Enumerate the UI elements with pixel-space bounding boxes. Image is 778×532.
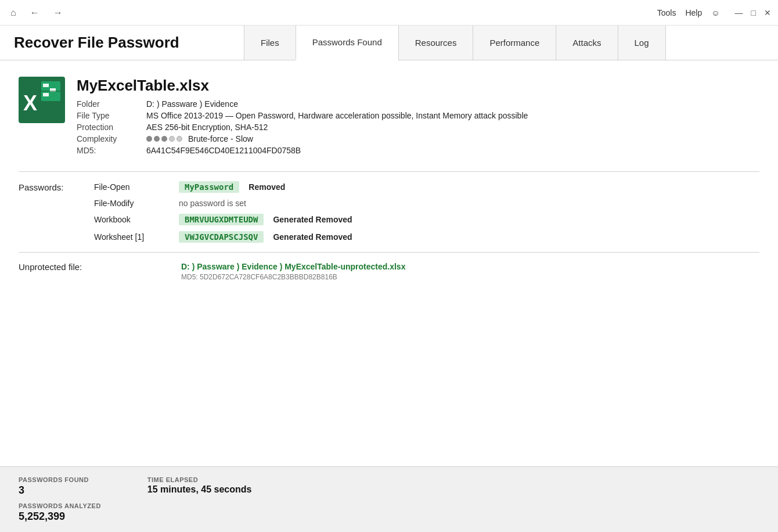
unprotected-path[interactable]: D: ) Passware ) Evidence ) MyExcelTable-… <box>181 262 759 271</box>
tools-menu[interactable]: Tools <box>657 8 676 17</box>
maximize-button[interactable]: □ <box>751 8 756 17</box>
pw-badge-worksheet: VWJGVCDAPSCJSQV <box>179 231 264 243</box>
time-elapsed-label: TIME ELAPSED <box>147 476 252 483</box>
passwords-found-label: PASSWORDS FOUND <box>19 476 101 483</box>
pw-status-workbook: Generated Removed <box>273 215 352 224</box>
footer-stat-passwords-found: PASSWORDS FOUND 3 PASSWORDS ANALYZED 5,2… <box>19 476 101 523</box>
unprotected-info: D: ) Passware ) Evidence ) MyExcelTable-… <box>181 262 759 281</box>
header: Recover File Password Files Passwords Fo… <box>0 26 778 60</box>
tab-resources[interactable]: Resources <box>398 26 473 60</box>
close-button[interactable]: ✕ <box>764 8 771 17</box>
protection-value: AES 256-bit Encryption, SHA-512 <box>146 123 759 132</box>
app-title: Recover File Password <box>0 26 244 60</box>
titlebar-right: Tools Help ☺ — □ ✕ <box>657 8 771 17</box>
filetype-label: File Type <box>77 111 146 120</box>
dot-2 <box>154 136 160 142</box>
complexity-dots <box>146 136 182 142</box>
pw-status-worksheet: Generated Removed <box>273 232 352 242</box>
md5-label: MD5: <box>77 146 146 155</box>
folder-label: Folder <box>77 99 146 109</box>
complexity-label: Complexity <box>77 134 146 143</box>
titlebar-left: ⌂ ← → <box>7 5 66 20</box>
file-details: MyExcelTable.xlsx Folder D: ) Passware )… <box>77 77 759 155</box>
tab-log[interactable]: Log <box>618 26 666 60</box>
pw-badge-workbook: BMRVUUGXDMTEUDW <box>179 214 264 225</box>
complexity-value: Brute-force - Slow <box>146 134 759 143</box>
help-menu[interactable]: Help <box>685 8 702 17</box>
pw-type-file-modify: File-Modify <box>94 199 170 208</box>
excel-icon: X <box>19 77 65 123</box>
tab-bar: Files Passwords Found Resources Performa… <box>244 26 778 60</box>
footer-stat-time-elapsed: TIME ELAPSED 15 minutes, 45 seconds <box>147 476 252 523</box>
divider-2 <box>19 252 759 253</box>
tab-attacks[interactable]: Attacks <box>556 26 617 60</box>
minimize-button[interactable]: — <box>735 8 743 17</box>
password-row-file-modify: File-Modify no password is set <box>94 199 759 208</box>
divider-1 <box>19 171 759 172</box>
passwords-found-value: 3 <box>19 484 101 497</box>
pw-type-file-open: File-Open <box>94 182 170 192</box>
passwords-section-label: Passwords: <box>19 181 94 243</box>
svg-rect-6 <box>43 93 49 96</box>
smiley-icon[interactable]: ☺ <box>711 8 719 17</box>
pw-nopassword-file-modify: no password is set <box>179 199 246 208</box>
protection-label: Protection <box>77 123 146 132</box>
tab-passwords-found[interactable]: Passwords Found <box>296 26 398 60</box>
svg-rect-7 <box>50 93 56 96</box>
dot-1 <box>146 136 152 142</box>
svg-text:X: X <box>23 91 37 115</box>
tab-performance[interactable]: Performance <box>473 26 556 60</box>
dot-3 <box>161 136 167 142</box>
dot-4 <box>169 136 175 142</box>
unprotected-label: Unprotected file: <box>19 262 181 272</box>
pw-type-workbook: Workbook <box>94 215 170 224</box>
password-row-file-open: File-Open MyPassword Removed <box>94 181 759 193</box>
back-button[interactable]: ← <box>27 5 43 20</box>
svg-rect-2 <box>43 84 49 87</box>
password-row-workbook: Workbook BMRVUUGXDMTEUDW Generated Remov… <box>94 214 759 225</box>
svg-rect-3 <box>50 84 56 87</box>
forward-button[interactable]: → <box>50 5 66 20</box>
passwords-section: Passwords: File-Open MyPassword Removed … <box>19 181 759 243</box>
complexity-text: Brute-force - Slow <box>188 134 253 143</box>
pw-status-file-open: Removed <box>248 182 285 192</box>
passwords-analyzed-label: PASSWORDS ANALYZED <box>19 502 101 509</box>
filetype-value: MS Office 2013-2019 — Open Password, Har… <box>146 111 759 120</box>
file-meta: Folder D: ) Passware ) Evidence File Typ… <box>77 99 759 155</box>
main-content: X MyExcelTable.xlsx Folder D: ) Passware… <box>0 60 778 466</box>
passwords-table: File-Open MyPassword Removed File-Modify… <box>94 181 759 243</box>
md5-value: 6A41C54F9E546CD40E1211004FD0758B <box>146 146 759 155</box>
unprotected-md5: MD5: 5D2D672CA728CF6A8C2B3BBBD82B816B <box>181 273 759 281</box>
passwords-analyzed-value: 5,252,399 <box>19 511 101 523</box>
password-row-worksheet: Worksheet [1] VWJGVCDAPSCJSQV Generated … <box>94 231 759 243</box>
dot-5 <box>177 136 182 142</box>
file-info: X MyExcelTable.xlsx Folder D: ) Passware… <box>19 77 759 155</box>
file-name: MyExcelTable.xlsx <box>77 77 759 95</box>
unprotected-section: Unprotected file: D: ) Passware ) Eviden… <box>19 262 759 281</box>
pw-badge-file-open: MyPassword <box>179 181 239 193</box>
home-button[interactable]: ⌂ <box>7 5 20 20</box>
pw-type-worksheet: Worksheet [1] <box>94 232 170 242</box>
folder-value: D: ) Passware ) Evidence <box>146 99 759 109</box>
tab-files[interactable]: Files <box>244 26 296 60</box>
window-controls: — □ ✕ <box>735 8 771 17</box>
footer: PASSWORDS FOUND 3 PASSWORDS ANALYZED 5,2… <box>0 466 778 532</box>
time-elapsed-value: 15 minutes, 45 seconds <box>147 484 252 495</box>
titlebar: ⌂ ← → Tools Help ☺ — □ ✕ <box>0 0 778 26</box>
